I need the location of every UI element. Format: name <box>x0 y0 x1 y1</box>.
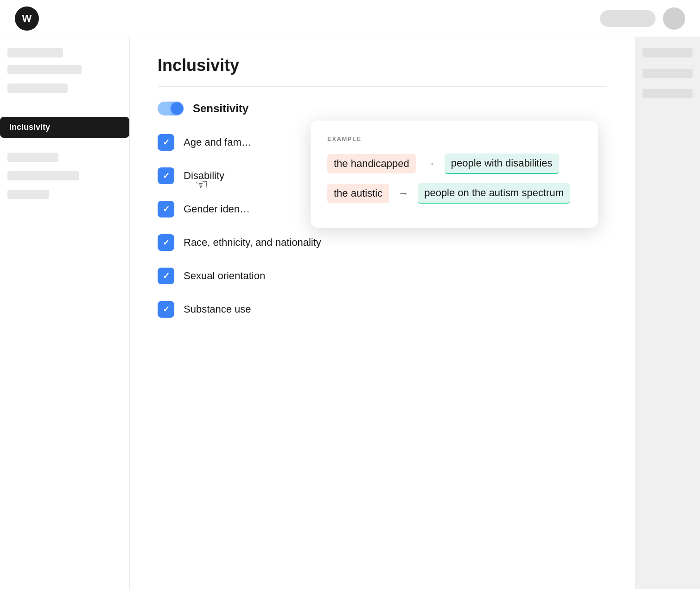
checkmark-substance: ✓ <box>163 304 170 314</box>
sidebar-placeholder-5 <box>7 171 79 180</box>
checkmark-gender: ✓ <box>163 204 170 214</box>
example-row-2: the autistic → people on the autism spec… <box>327 183 581 204</box>
checkbox-substance[interactable]: ✓ <box>158 301 174 318</box>
right-panel <box>635 37 700 589</box>
bad-term-1: the handicapped <box>327 154 416 173</box>
checkmark-race: ✓ <box>163 237 170 248</box>
sidebar-placeholder-4 <box>7 153 58 162</box>
page-title: Inclusivity <box>158 56 607 87</box>
label-gender: Gender iden… <box>184 203 250 215</box>
good-term-2: people on the autism spectrum <box>418 183 570 204</box>
good-term-1: people with disabilities <box>445 154 559 174</box>
checkbox-sexual[interactable]: ✓ <box>158 268 174 284</box>
checkbox-gender[interactable]: ✓ <box>158 201 174 218</box>
cursor-icon: ☞ <box>195 176 208 193</box>
right-placeholder-2 <box>643 69 693 78</box>
example-row-1: the handicapped → people with disabiliti… <box>327 154 581 174</box>
label-race: Race, ethnicity, and nationality <box>184 237 321 249</box>
sidebar-placeholder-1 <box>7 48 63 58</box>
user-avatar[interactable] <box>663 7 685 30</box>
bad-term-2: the autistic <box>327 184 389 203</box>
sensitivity-row: Sensitivity <box>158 102 607 115</box>
right-placeholder-1 <box>643 48 693 58</box>
sidebar: Inclusivity <box>0 37 130 589</box>
nav-right <box>600 7 685 30</box>
arrow-icon-2: → <box>398 187 408 199</box>
sensitivity-label: Sensitivity <box>193 102 248 115</box>
label-age: Age and fam… <box>184 136 252 148</box>
main-layout: Inclusivity Inclusivity Sensitivity ✓ Ag… <box>0 37 700 589</box>
sidebar-placeholder-6 <box>7 190 49 199</box>
sidebar-item-inclusivity[interactable]: Inclusivity <box>0 117 129 138</box>
right-placeholder-3 <box>643 89 693 98</box>
checkbox-item-race: ✓ Race, ethnicity, and nationality <box>158 234 607 251</box>
sidebar-placeholder-3 <box>7 83 68 93</box>
nav-pill <box>600 10 655 27</box>
checkbox-disability[interactable]: ✓ <box>158 167 174 184</box>
arrow-icon-1: → <box>425 158 435 170</box>
app-logo[interactable]: W <box>15 6 39 31</box>
toggle-knob <box>171 102 183 115</box>
checkmark-age: ✓ <box>163 137 170 147</box>
sensitivity-toggle[interactable] <box>158 102 184 115</box>
checkmark-sexual: ✓ <box>163 271 170 281</box>
top-nav: W <box>0 0 700 37</box>
checkbox-race[interactable]: ✓ <box>158 234 174 251</box>
main-content: Inclusivity Sensitivity ✓ Age and fam… ✓… <box>130 37 635 589</box>
checkbox-item-substance: ✓ Substance use <box>158 301 607 318</box>
checkbox-age[interactable]: ✓ <box>158 134 174 151</box>
example-label: EXAMPLE <box>327 135 581 142</box>
checkmark-disability: ✓ <box>163 171 170 181</box>
label-substance: Substance use <box>184 303 251 315</box>
label-sexual: Sexual orientation <box>184 270 265 282</box>
example-tooltip: EXAMPLE the handicapped → people with di… <box>311 121 598 228</box>
sidebar-placeholder-2 <box>7 65 82 74</box>
checkbox-item-sexual: ✓ Sexual orientation <box>158 268 607 284</box>
